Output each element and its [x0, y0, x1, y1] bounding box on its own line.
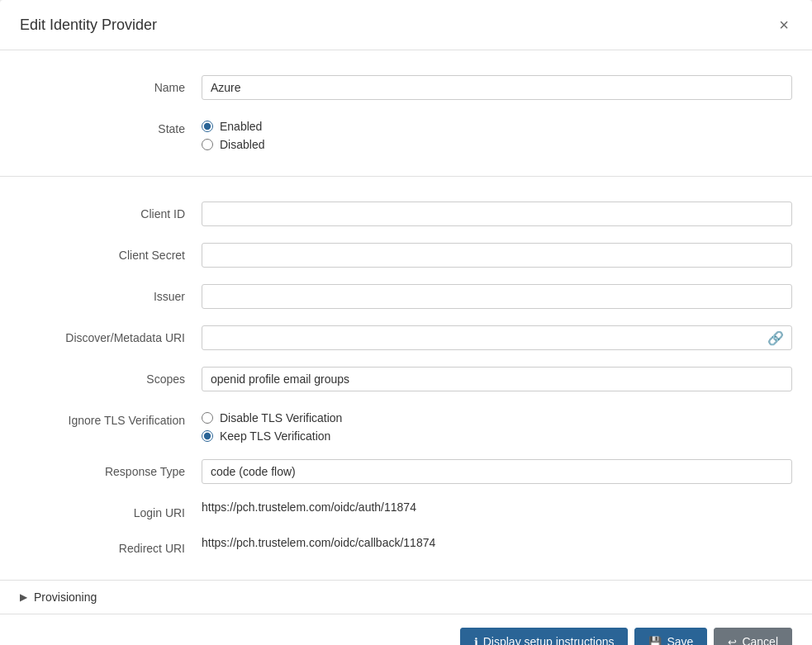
cancel-icon: ↩: [728, 636, 737, 646]
discover-label: Discover/Metadata URI: [20, 325, 202, 344]
login-uri-label: Login URI: [20, 500, 202, 519]
client-secret-control-wrap: [202, 243, 792, 268]
link-icon: 🔗: [767, 330, 784, 346]
display-setup-label: Display setup instructions: [483, 635, 615, 645]
scopes-row: Scopes: [0, 358, 812, 400]
save-label: Save: [667, 635, 693, 645]
cancel-button[interactable]: ↩ Cancel: [714, 628, 792, 645]
save-icon: 💾: [648, 636, 662, 646]
modal-footer: ℹ Display setup instructions 💾 Save ↩ Ca…: [0, 614, 812, 645]
tls-radio-group: Disable TLS Verification Keep TLS Verifi…: [202, 408, 792, 443]
client-secret-label: Client Secret: [20, 243, 202, 262]
response-type-label: Response Type: [20, 459, 202, 478]
tls-control-wrap: Disable TLS Verification Keep TLS Verifi…: [202, 408, 792, 443]
save-button[interactable]: 💾 Save: [634, 628, 707, 645]
tls-keep-option[interactable]: Keep TLS Verification: [202, 429, 792, 443]
state-radio-group: Enabled Disabled: [202, 116, 792, 151]
response-type-control-wrap: [202, 459, 792, 484]
state-label: State: [20, 116, 202, 135]
redirect-uri-value: https://pch.trustelem.com/oidc/callback/…: [202, 530, 435, 549]
state-disabled-radio[interactable]: [202, 139, 213, 150]
oidc-section: Client ID Client Secret Issuer: [0, 177, 812, 580]
provisioning-label: Provisioning: [34, 590, 97, 604]
client-secret-row: Client Secret: [0, 235, 812, 276]
tls-keep-label: Keep TLS Verification: [220, 429, 330, 443]
redirect-uri-value-wrap: https://pch.trustelem.com/oidc/callback/…: [202, 536, 792, 549]
login-uri-value-wrap: https://pch.trustelem.com/oidc/auth/1187…: [202, 500, 792, 514]
scopes-label: Scopes: [20, 367, 202, 386]
modal-body: Name State Enabled Disab: [0, 50, 812, 614]
issuer-row: Issuer: [0, 276, 812, 317]
redirect-uri-row: Redirect URI https://pch.trustelem.com/o…: [0, 528, 812, 563]
state-row: State Enabled Disabled: [0, 108, 812, 159]
provisioning-section: ▶ Provisioning: [0, 580, 812, 614]
name-control-wrap: [202, 75, 792, 100]
state-enabled-label: Enabled: [220, 120, 262, 133]
discover-input[interactable]: [202, 325, 792, 350]
name-input[interactable]: [202, 75, 792, 100]
info-icon: ℹ: [474, 636, 478, 646]
modal: Edit Identity Provider × Name State Ena: [0, 0, 812, 645]
tls-row: Ignore TLS Verification Disable TLS Veri…: [0, 400, 812, 451]
client-id-input[interactable]: [202, 202, 792, 226]
discover-row: Discover/Metadata URI 🔗: [0, 317, 812, 358]
discover-input-group: 🔗: [202, 325, 792, 350]
state-disabled-option[interactable]: Disabled: [202, 138, 792, 151]
discover-control-wrap: 🔗: [202, 325, 792, 350]
close-button[interactable]: ×: [776, 13, 792, 36]
issuer-input[interactable]: [202, 284, 792, 309]
tls-keep-radio[interactable]: [202, 430, 213, 442]
basic-section: Name State Enabled Disab: [0, 50, 812, 176]
display-setup-button[interactable]: ℹ Display setup instructions: [460, 628, 629, 645]
client-id-row: Client ID: [0, 193, 812, 235]
client-id-label: Client ID: [20, 202, 202, 221]
response-type-input[interactable]: [202, 459, 792, 484]
redirect-uri-label: Redirect URI: [20, 536, 202, 555]
tls-disable-label: Disable TLS Verification: [220, 411, 342, 424]
cancel-label: Cancel: [742, 635, 778, 645]
state-enabled-option[interactable]: Enabled: [202, 120, 792, 133]
state-disabled-label: Disabled: [220, 138, 264, 151]
provisioning-toggle-button[interactable]: ▶ Provisioning: [20, 590, 97, 604]
modal-title: Edit Identity Provider: [20, 17, 157, 34]
scopes-control-wrap: [202, 367, 792, 391]
modal-header: Edit Identity Provider ×: [0, 0, 812, 50]
issuer-control-wrap: [202, 284, 792, 309]
name-label: Name: [20, 75, 202, 94]
tls-label: Ignore TLS Verification: [20, 408, 202, 427]
client-secret-input[interactable]: [202, 243, 792, 268]
login-uri-row: Login URI https://pch.trustelem.com/oidc…: [0, 492, 812, 528]
tls-disable-radio[interactable]: [202, 412, 213, 424]
issuer-label: Issuer: [20, 284, 202, 303]
chevron-right-icon: ▶: [20, 591, 27, 603]
response-type-row: Response Type: [0, 451, 812, 492]
login-uri-value: https://pch.trustelem.com/oidc/auth/1187…: [202, 495, 416, 514]
scopes-input[interactable]: [202, 367, 792, 391]
client-id-control-wrap: [202, 202, 792, 226]
state-enabled-radio[interactable]: [202, 121, 213, 132]
state-control-wrap: Enabled Disabled: [202, 116, 792, 151]
tls-disable-option[interactable]: Disable TLS Verification: [202, 411, 792, 424]
name-row: Name: [0, 67, 812, 108]
